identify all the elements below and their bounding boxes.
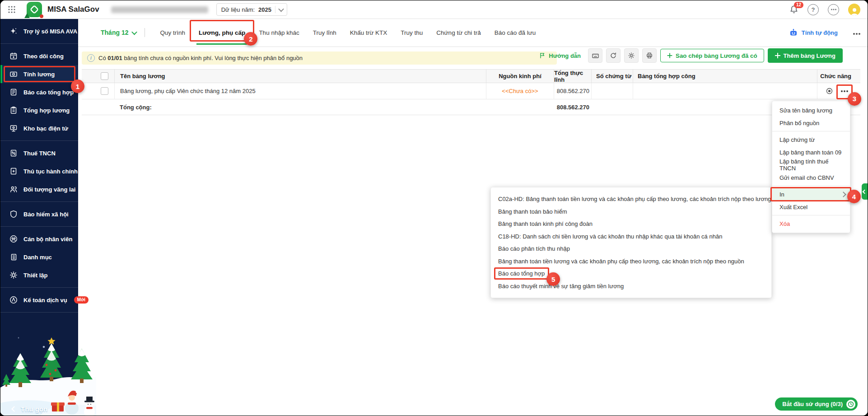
column-header-funding[interactable]: Nguồn kinh phí — [486, 70, 554, 83]
chevron-down-icon — [278, 6, 284, 12]
row-checkbox[interactable] — [101, 87, 108, 95]
tab-quy-trinh[interactable]: Quy trình — [153, 19, 192, 47]
sidebar-item-label: Danh mục — [23, 254, 52, 261]
app-grid-icon[interactable] — [8, 5, 16, 14]
help-button[interactable]: ? — [807, 4, 819, 15]
salary-icon — [9, 70, 18, 78]
menu-item-rename[interactable]: Sửa tên bảng lương — [772, 104, 850, 117]
sidebar-item-thue-tncn[interactable]: Thuế TNCN — [0, 144, 78, 162]
add-payroll-button[interactable]: Thêm bảng Lương — [768, 48, 843, 63]
chevron-down-icon — [132, 29, 138, 35]
menu-item-send-email[interactable]: Gửi email cho CBNV — [772, 171, 850, 184]
print-item-income-analysis[interactable]: Báo cáo phân tích thu nhập — [491, 245, 771, 252]
year-selector-value: 2025 — [258, 6, 271, 13]
select-all-checkbox[interactable] — [101, 72, 108, 80]
sidebar-item-tinh-luong[interactable]: Tính lương 1 — [0, 65, 78, 83]
column-header-timesheet[interactable]: Bảng tổng hợp công — [633, 70, 817, 83]
year-selector-label: Dữ liệu năm: — [221, 6, 255, 13]
copy-payroll-button[interactable]: Sao chép bảng Lương đã có — [660, 49, 764, 62]
toolbar: Hướng dẫn Sao chép bảng Lương đã có Thêm… — [539, 48, 843, 63]
print-item-salary-change-report[interactable]: Báo cáo thuyết minh về sự tăng giảm tiền… — [491, 283, 771, 290]
tab-thu-nhap-khac[interactable]: Thu nhập khác — [252, 19, 306, 47]
sidebar-item-label: Thiết lập — [23, 272, 47, 279]
print-item-c18[interactable]: C18-HD: Danh sách chi tiền lương và các … — [491, 233, 771, 240]
sidebar-item-kho-bac-dien-tu[interactable]: Kho bạc điện tử — [0, 119, 78, 137]
tab-luong-phu-cap[interactable]: Lương, phụ cấp 2 — [192, 19, 252, 47]
settings-button[interactable] — [624, 48, 639, 63]
print-item-by-source[interactable]: Bảng thanh toán tiền lương và các khoản … — [491, 258, 771, 265]
plus-icon — [775, 53, 780, 58]
view-icon[interactable] — [826, 87, 833, 95]
tab-truy-thu[interactable]: Truy thu — [394, 19, 429, 47]
user-avatar[interactable] — [848, 4, 860, 16]
row-actions-button[interactable]: 3 — [838, 86, 851, 97]
sidebar-item-thu-tuc-hanh-chinh-thue[interactable]: Thủ tục hành chính thuế — [0, 162, 78, 180]
notifications-button[interactable]: 12 — [789, 5, 798, 14]
start-using-button[interactable]: Bắt đầu sử dụng (0/3) — [775, 397, 858, 411]
tab-chung-tu-chi-tra[interactable]: Chứng từ chi trả — [429, 19, 487, 47]
chevron-right-icon — [840, 192, 846, 197]
guide-link[interactable]: Hướng dẫn — [539, 52, 581, 59]
menu-item-delete[interactable]: Xóa — [772, 217, 850, 230]
sidebar-item-tro-ly-so[interactable]: Trợ lý số MISA AVA — [0, 22, 78, 40]
header-right-cluster: 12 ? — [789, 4, 868, 16]
collapse-sidebar-button[interactable]: Thu gọn — [12, 405, 47, 413]
print-item-insurance[interactable]: Bảng thanh toán bảo hiểm — [491, 208, 771, 215]
sidebar-item-theo-doi-cong[interactable]: Theo dõi công — [0, 47, 78, 65]
print-button[interactable] — [642, 48, 657, 63]
funding-source-value[interactable]: <<Chưa có>> — [486, 83, 554, 99]
tab-more-button[interactable] — [853, 27, 860, 39]
divider — [0, 43, 78, 44]
menu-item-create-voucher[interactable]: Lập chứng từ — [772, 133, 850, 146]
divider — [0, 226, 78, 227]
sidebar-item-bao-cao-tong-hop[interactable]: Báo cáo tổng hợp — [0, 83, 78, 101]
more-options-button[interactable] — [828, 4, 839, 15]
menu-item-export-excel[interactable]: Xuất Excel — [772, 201, 850, 213]
christmas-ball-deco-icon — [40, 14, 43, 18]
column-header-name[interactable]: Tên bảng lương — [114, 70, 486, 83]
print-item-union-fee[interactable]: Bảng thanh toán kinh phí công đoàn — [491, 220, 771, 227]
sidebar-item-danh-muc[interactable]: Danh mục — [0, 248, 78, 266]
year-selector[interactable]: Dữ liệu năm: 2025 — [216, 3, 287, 16]
sidebar-item-tong-hop-luong[interactable]: Tổng hợp lương — [0, 101, 78, 119]
gear-icon — [9, 271, 18, 279]
tab-truy-linh[interactable]: Truy lĩnh — [306, 19, 343, 47]
payroll-name[interactable]: Bảng lương, phụ cấp Viên chức tháng 12 n… — [114, 83, 486, 99]
plus-icon — [667, 53, 672, 58]
column-header-documents[interactable]: Số chứng từ — [591, 70, 633, 83]
top-header: MISA SalaGov Dữ liệu năm: 2025 12 ? — [0, 0, 868, 19]
shield-icon — [9, 210, 18, 218]
divider — [0, 287, 78, 288]
sidebar-item-label: Kế toán dịch vụ — [23, 297, 67, 304]
month-selector[interactable]: Tháng 12 — [101, 29, 136, 36]
sidebar-item-bao-hiem-xa-hoi[interactable]: Bảo hiểm xã hội — [0, 205, 78, 223]
print-item-summary-report[interactable]: Báo cáo tổng hợp 5 — [491, 270, 771, 277]
menu-item-payment-sheet-09[interactable]: Lập bảng thanh toán 09 — [772, 146, 850, 159]
tab-bao-cao-da-luu[interactable]: Báo cáo đã lưu — [488, 19, 543, 47]
tab-bar: Tháng 12 Quy trình Lương, phụ cấp 2 Thu … — [78, 19, 868, 47]
menu-item-allocate-source[interactable]: Phân bổ nguồn — [772, 117, 850, 129]
sidebar-item-label: Thủ tục hành chính thuế — [23, 168, 92, 175]
tab-khau-tru-ktx[interactable]: Khấu trừ KTX — [343, 19, 394, 47]
sidebar-item-doi-tuong-vang-lai[interactable]: Đối tượng vãng lai — [0, 180, 78, 198]
column-header-actions[interactable]: Chức năng — [817, 70, 860, 83]
column-header-total[interactable]: Tổng thực lĩnh — [554, 70, 591, 83]
sidebar-item-label: Tính lương — [23, 71, 55, 78]
sidebar-item-thiet-lap[interactable]: Thiết lập — [0, 266, 78, 284]
staff-icon — [9, 235, 18, 243]
ellipsis-icon — [844, 90, 845, 92]
sidebar-item-can-bo-nhan-vien[interactable]: Cán bộ nhân viên — [0, 230, 78, 248]
step-badge-1: 1 — [71, 79, 84, 93]
table-row[interactable]: Bảng lương, phụ cấp Viên chức tháng 12 n… — [82, 83, 860, 99]
menu-item-tncn-tax-sheet[interactable]: Lập bảng tính thuế TNCN — [772, 159, 850, 171]
print-submenu: C02a-HD: Bảng thanh toán tiền lương và c… — [490, 187, 772, 298]
panel-toggle-button[interactable] — [862, 183, 868, 200]
refresh-button[interactable] — [606, 48, 621, 63]
print-item-c02a[interactable]: C02a-HD: Bảng thanh toán tiền lương và c… — [491, 196, 771, 202]
keyboard-shortcuts-button[interactable] — [588, 48, 602, 63]
sidebar-item-label: Tổng hợp lương — [23, 107, 70, 114]
sidebar-item-ke-toan-dich-vu[interactable]: Kế toán dịch vụ Mới — [0, 291, 78, 309]
menu-item-print[interactable]: In 4 — [772, 188, 850, 201]
auto-calc-button[interactable]: Tính tự động — [789, 28, 838, 37]
sidebar-item-label: Thuế TNCN — [23, 150, 56, 157]
